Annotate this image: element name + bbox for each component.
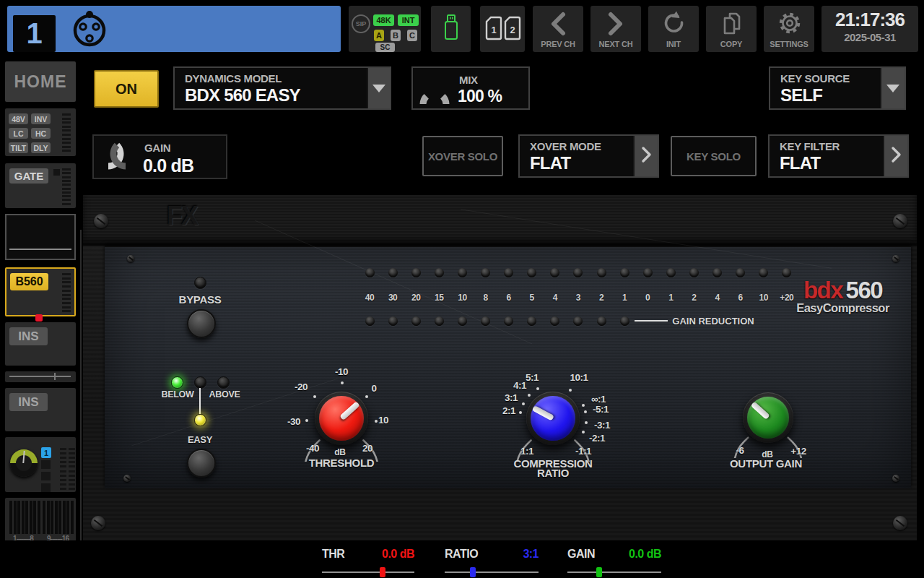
xover-mode-selector[interactable]: XOVER MODE FLAT: [518, 134, 659, 178]
sc-badge: SC: [375, 43, 395, 52]
ratio-knob[interactable]: [526, 392, 580, 445]
easy-button[interactable]: [187, 449, 216, 478]
key-filter-value: FLAT: [780, 153, 820, 173]
sidebar-home-button[interactable]: HOME: [5, 61, 76, 102]
mini-meter-segment: [62, 203, 71, 205]
prev-channel-button[interactable]: PREV CH: [533, 6, 583, 52]
init-button[interactable]: INIT: [648, 6, 699, 52]
meter-led-top: [620, 268, 629, 277]
xover-mode-next[interactable]: [633, 136, 658, 176]
pan-knob[interactable]: [10, 449, 38, 477]
footer-param-slider[interactable]: [322, 571, 414, 573]
bypass-label: BYPASS: [179, 293, 222, 306]
ratio-title-2: RATIO: [537, 467, 569, 479]
threshold-title: THRESHOLD: [309, 457, 375, 469]
key-source-label: KEY SOURCE: [780, 72, 850, 85]
bus-meter-bar: [17, 501, 20, 534]
send-meter-segment: [60, 470, 66, 473]
badge-tilt: TILT: [9, 142, 28, 153]
mini-meter-segment: [62, 134, 71, 136]
key-solo-button[interactable]: KEY SOLO: [671, 136, 757, 176]
mini-meter-segment: [62, 188, 71, 190]
mix-control[interactable]: MIX 100 %: [411, 66, 530, 110]
send-meter-segment: [69, 452, 75, 454]
usb-status[interactable]: [431, 6, 471, 52]
above-led: [217, 376, 230, 389]
threshold-tick-label: -30: [287, 416, 300, 427]
send-mute-3[interactable]: [41, 483, 51, 492]
meter-led-top: [365, 268, 375, 277]
ratio-tick-dot: [528, 394, 531, 397]
send-meter-segment: [69, 465, 75, 467]
dynamics-on-button[interactable]: ON: [94, 70, 159, 108]
threshold-tick-label: 10: [378, 415, 388, 426]
key-source-dropdown[interactable]: KEY SOURCE SELF: [769, 66, 906, 110]
fader-handle[interactable]: [54, 373, 56, 380]
send-meter-segment: [60, 475, 66, 477]
key-filter-label: KEY FILTER: [780, 140, 840, 152]
send-mute-2[interactable]: [41, 472, 51, 480]
logo-bdx: bdx: [803, 277, 842, 303]
next-ch-label: NEXT CH: [590, 40, 641, 48]
mini-meter-segment: [62, 180, 71, 182]
copy-icon: [720, 12, 742, 39]
threshold-tick-label: -10: [335, 366, 348, 377]
page-1-tab[interactable]: 1: [485, 16, 502, 43]
screw-icon: [91, 516, 105, 530]
copy-button[interactable]: COPY: [706, 6, 757, 52]
channel-banner[interactable]: 1: [7, 6, 341, 52]
bypass-button[interactable]: [187, 309, 216, 338]
key-source-arrow[interactable]: [880, 68, 905, 108]
send-channel-badge: 1: [41, 447, 51, 458]
footer-param-slider-handle[interactable]: [596, 567, 602, 577]
mini-meter-segment: [62, 126, 71, 128]
footer-param-slider[interactable]: [445, 571, 539, 573]
send-meter-segment: [60, 461, 66, 463]
key-filter-next[interactable]: [883, 136, 907, 176]
send-meter-segment: [69, 457, 75, 459]
bus-meter-bar: [71, 501, 74, 534]
ratio-tick-dot: [569, 389, 572, 392]
footer-param-slider-handle[interactable]: [380, 567, 385, 577]
dynamics-model-dropdown[interactable]: DYNAMICS MODEL BDX 560 EASY: [173, 66, 391, 110]
page-2-tab[interactable]: 2: [504, 16, 521, 43]
screw-icon: [892, 475, 899, 482]
footer-param-slider[interactable]: [567, 571, 661, 573]
send-mute-1[interactable]: [41, 460, 51, 469]
dynamics-model-value: BDX 560 EASY: [185, 85, 300, 105]
bus-meter-bar: [25, 501, 28, 534]
ratio-tick-label: -2:1: [589, 433, 605, 444]
xover-solo-button[interactable]: XOVER SOLO: [422, 136, 503, 176]
meter-scale-label: 5: [530, 293, 534, 303]
plugin-title-strip: [83, 195, 917, 246]
mix-label: MIX: [459, 74, 478, 86]
settings-button[interactable]: SETTINGS: [764, 6, 814, 52]
ratio-tick-label: 5:1: [526, 372, 539, 383]
send-meter-segment: [69, 475, 75, 477]
home-label: HOME: [14, 72, 67, 92]
xlr-input-icon: [71, 10, 108, 48]
sidebar-insert-block-1[interactable]: INS: [5, 322, 76, 366]
footer-param-slider-handle[interactable]: [470, 567, 476, 577]
gain-value: 0.0 dB: [143, 155, 193, 176]
meter-led-top: [458, 268, 467, 277]
screw-icon: [893, 214, 907, 228]
sidebar-eq-block[interactable]: [5, 214, 76, 260]
next-channel-button[interactable]: NEXT CH: [590, 6, 641, 52]
bus-meter-bar: [33, 501, 36, 534]
top-bar: 1 SIP 48K INT A B C SC: [0, 0, 924, 58]
send-meter-segment: [60, 448, 66, 450]
send-meter-segment: [69, 470, 75, 473]
output-gain-knob[interactable]: [743, 392, 793, 443]
meter-scale-label: +20: [780, 293, 793, 303]
key-filter-selector[interactable]: KEY FILTER FLAT: [768, 134, 909, 178]
mini-meter-segment: [62, 285, 71, 288]
sidebar-insert-block-2[interactable]: INS: [5, 388, 76, 431]
dynamics-model-arrow[interactable]: [367, 68, 390, 108]
ratio-tick-dot: [536, 387, 539, 390]
sidebar-fader-strip[interactable]: [5, 371, 76, 382]
mini-meter-segment: [62, 290, 71, 292]
mini-meter-segment: [62, 121, 71, 124]
meter-scale-label: 2: [692, 293, 696, 303]
gain-control[interactable]: GAIN 0.0 dB: [92, 134, 227, 179]
